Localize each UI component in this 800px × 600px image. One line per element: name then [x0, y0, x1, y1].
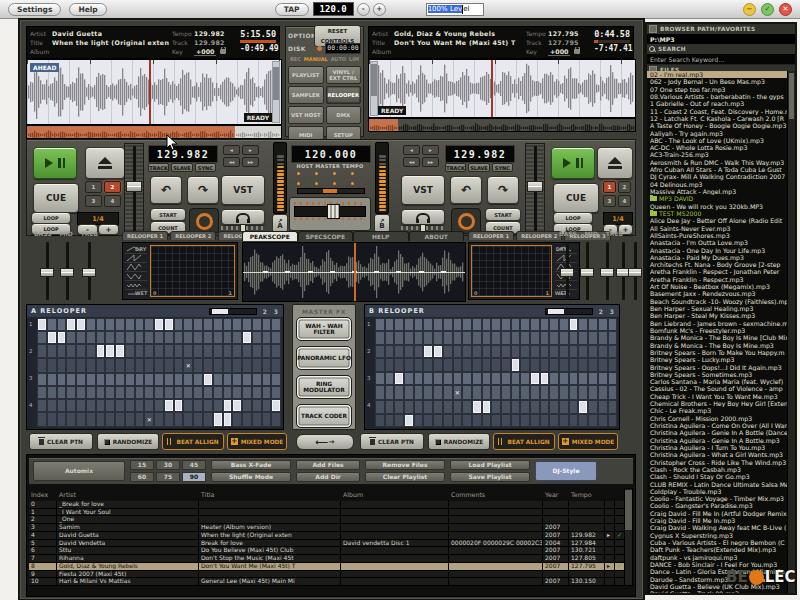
deck-a-start-button[interactable]: START [150, 208, 186, 221]
relooper-cell[interactable] [262, 386, 272, 399]
file-item[interactable]: AC3-Train-256.mp3 [647, 151, 788, 158]
bass-xfade-button[interactable]: Bass X-Fade [211, 460, 291, 470]
relooper-cell[interactable] [501, 400, 511, 413]
deck-a-vst-button[interactable]: VST [221, 175, 265, 205]
relooper-a-beat-align-button[interactable]: BEAT ALLIGN [162, 433, 224, 450]
relooper-cell[interactable] [203, 373, 213, 386]
relooper-cell[interactable] [193, 344, 203, 357]
automix-time-45[interactable]: 45 [182, 460, 206, 470]
relooper-cell[interactable] [66, 344, 76, 357]
relooper-cell[interactable] [76, 412, 86, 427]
fader[interactable] [600, 242, 614, 300]
relooper-cell[interactable] [242, 318, 252, 331]
column-header-artist[interactable]: Artist [57, 491, 199, 498]
relooper-cell[interactable] [578, 400, 588, 413]
relooper-cell[interactable] [213, 399, 223, 412]
fx-ring-modulator-button[interactable]: RING MODULATOR [296, 375, 352, 399]
relooper-cell[interactable] [443, 358, 453, 371]
relooper-cell[interactable] [213, 373, 223, 386]
column-header-album[interactable]: Album [341, 491, 449, 498]
relooper-cell[interactable] [375, 414, 385, 427]
fx-wah-wah-filter-button[interactable]: WAH - WAH FILTER [296, 317, 352, 341]
relooper-cell[interactable] [174, 344, 184, 357]
file-item[interactable]: Daft Punk - Teachers(Extended Mix).mp3 [647, 546, 788, 553]
deck-a-pitch-bend-down-button[interactable]: ↶ [150, 176, 182, 204]
file-item[interactable]: AllSaints-PureShores.mp3 [647, 232, 788, 239]
relooper-cell[interactable] [115, 412, 125, 427]
fader[interactable] [40, 242, 54, 300]
relooper-cell[interactable] [164, 386, 174, 399]
relooper-cell[interactable] [540, 345, 550, 358]
relooper-cell[interactable] [569, 358, 579, 371]
relooper-cell[interactable] [549, 345, 559, 358]
relooper-cell[interactable] [385, 385, 395, 400]
lfo-shape-5-icon[interactable] [125, 281, 147, 290]
relooper-cell[interactable] [423, 385, 433, 400]
file-item[interactable]: 02 - I'm real.mp3 [647, 71, 788, 78]
relooper-cell[interactable] [135, 358, 145, 373]
relooper-cell[interactable] [57, 344, 67, 357]
relooper-cell[interactable] [414, 358, 424, 371]
file-item[interactable]: Clash - Rock the Casbah.mp3 [647, 466, 788, 473]
add-files-button[interactable]: Add Files [296, 460, 360, 470]
deck-b-wave-scrollbar[interactable] [370, 61, 378, 116]
relooper-cell[interactable] [404, 414, 414, 427]
file-item[interactable]: Alice Dee Jay - Better Off Alone (Radio … [647, 217, 788, 224]
file-item[interactable]: 1 Gabrielle - Out of reach.mp3 [647, 100, 788, 107]
relooper-cell[interactable] [511, 385, 521, 400]
file-item[interactable]: Chic - Le Freak.mp3 [647, 407, 788, 414]
relooper-cell[interactable] [262, 344, 272, 357]
deck-a-eject-button[interactable] [85, 147, 125, 179]
file-item[interactable]: CLUB REMIX - Latin Dance Ultimate Salsa … [647, 481, 788, 488]
playlist-row[interactable]: 0_Break for love [29, 501, 625, 509]
relooper-cell[interactable] [559, 345, 569, 358]
sync-button[interactable]: SYNC [492, 163, 513, 172]
relooper-cell[interactable] [559, 414, 569, 427]
file-item[interactable]: 07 One step too far.mp3 [647, 86, 788, 93]
playlist-row[interactable]: 2_One [29, 516, 625, 524]
relooper-cell[interactable] [520, 331, 530, 344]
file-item[interactable]: DJ Cyrax- Mill A Walking Contradiction 2… [647, 173, 788, 180]
relooper-cell[interactable] [501, 385, 511, 400]
relooper-cell[interactable] [164, 358, 174, 373]
relooper-cell[interactable] [501, 372, 511, 385]
relooper-cell[interactable] [433, 345, 443, 358]
relooper-cell[interactable] [193, 331, 203, 344]
option-vinyl-ext-ctrl[interactable]: VINYL / EXT CTRL [326, 66, 362, 84]
relooper-cell[interactable] [66, 373, 76, 386]
file-item[interactable]: Coolio - Fantastic Voyage - Timber Mix.m… [647, 495, 788, 502]
relooper-cell[interactable] [76, 373, 86, 386]
relooper-cell[interactable] [385, 400, 395, 413]
relooper-cell[interactable] [404, 331, 414, 344]
file-item[interactable]: Aerosmith & Run DMC - Walk This Way.mp3 [647, 159, 788, 166]
deck-a-headphone-button[interactable] [221, 209, 265, 225]
relooper-cell[interactable] [271, 344, 281, 357]
tab-relooper-2[interactable]: RELOOPER 2 [170, 231, 216, 240]
file-item[interactable]: Britney Spears - Born To Make You Happy.… [647, 349, 788, 356]
file-item[interactable]: Carlos Santana - Maria Maria (feat. Wycl… [647, 378, 788, 385]
tab-help[interactable]: HELP [353, 231, 409, 241]
remove-files-button[interactable]: Remove Files [365, 460, 445, 470]
relooper-cell[interactable] [86, 318, 96, 331]
relooper-b-beat-align-button[interactable]: BEAT ALLIGN [493, 433, 555, 450]
tab-specscope[interactable]: SPECSCOPE [298, 231, 354, 241]
relooper-cell[interactable] [115, 318, 125, 331]
relooper-cell[interactable] [154, 399, 164, 412]
relooper-cell[interactable] [511, 358, 521, 371]
deck-b-pitch-fader[interactable] [525, 143, 545, 234]
fader[interactable] [560, 242, 574, 300]
file-item[interactable]: Craig David - Fill Me In.mp3 [647, 517, 788, 524]
relooper-cell[interactable] [174, 386, 184, 399]
deck-a-overview-strip[interactable] [26, 125, 282, 139]
relooper-cell[interactable] [608, 358, 618, 371]
relooper-cell[interactable] [232, 373, 242, 386]
relooper-cell[interactable] [423, 318, 433, 331]
relooper-cell[interactable] [453, 331, 463, 344]
file-item[interactable]: 04 Delinous.mp3 [647, 181, 788, 188]
relooper-cell[interactable] [472, 358, 482, 371]
crossfader[interactable] [289, 197, 371, 231]
file-item[interactable]: Craig David - Fill Me In (Artful Dodger … [647, 510, 788, 517]
relooper-cell[interactable] [588, 358, 598, 371]
deck-b-headphone-button[interactable] [401, 209, 445, 225]
relooper-cell[interactable] [174, 318, 184, 331]
